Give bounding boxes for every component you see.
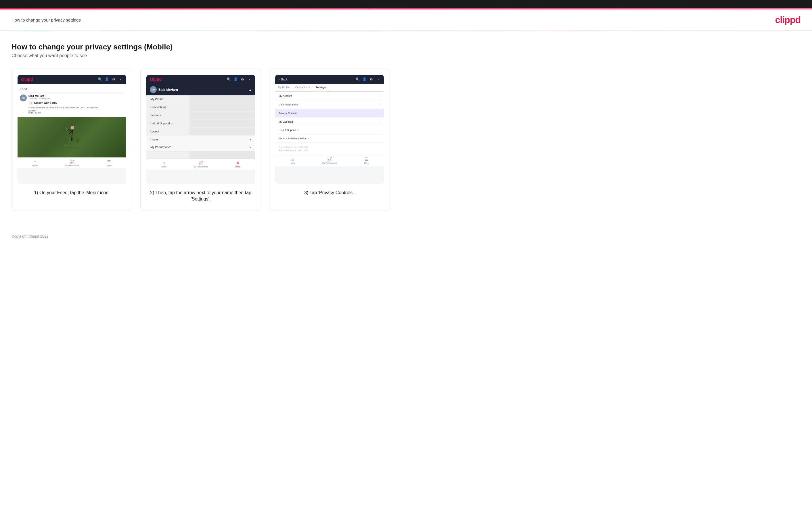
menu-item-connections[interactable]: Connections xyxy=(146,103,255,111)
bottom-nav3-home: ⌂ Home xyxy=(290,157,295,164)
home-icon2: ⌂ xyxy=(162,161,165,165)
phone-mockup-1: clippd 🔍 👤 ⚙ ▾ Feed BM Blair McHarg xyxy=(17,75,126,184)
version-line1: Clippd Client Version: 2022.8.3-3 xyxy=(278,146,380,149)
feed-label: Feed xyxy=(20,86,124,93)
bottom-nav-menu[interactable]: ☰ Menu xyxy=(106,159,111,167)
page-subtitle: Choose what you want people to see xyxy=(11,53,801,58)
performance-label2: My Performance xyxy=(194,166,208,168)
settings-item-mygolfbag[interactable]: My Golf Bag › xyxy=(275,117,384,126)
phone1-bottom-nav: ⌂ Home 📈 My Performance ☰ Menu xyxy=(17,157,126,168)
phone3-bottom-nav: ⌂ Home 📈 My Performance ☰ Menu xyxy=(275,155,384,166)
svg-point-0 xyxy=(70,126,74,129)
menu-user-row: BM Blair McHarg ▲ xyxy=(146,84,255,95)
header: How to change your privacy settings clip… xyxy=(0,9,812,31)
settings-list: My Account › Data Integrations › Privacy… xyxy=(275,92,384,155)
person-icon: 👤 xyxy=(104,77,109,81)
phone3-nav-icons: 🔍 👤 ⚙ ▾ xyxy=(355,77,380,81)
chevron-up-icon: ▲ xyxy=(249,88,252,91)
golf-image xyxy=(17,117,126,157)
chevron-down-icon: ▾ xyxy=(118,77,123,81)
person-icon3: 👤 xyxy=(362,77,367,81)
home-icon3: ⌂ xyxy=(291,157,294,161)
settings-icon2: ⚙ xyxy=(240,77,245,81)
menu-item-label: Help & Support ↗ xyxy=(150,122,173,125)
page-title: How to change your privacy settings (Mob… xyxy=(11,43,801,51)
step-3-card: < Back 🔍 👤 ⚙ ▾ My Profile Connections Se… xyxy=(269,69,390,211)
menu-item-helpsupport[interactable]: Help & Support ↗ xyxy=(146,119,255,127)
home-label2: Home xyxy=(161,166,166,168)
chevron-right-icon: › xyxy=(379,111,380,115)
version-info: Clippd Client Version: 2022.8.3-3 SQL Se… xyxy=(275,143,384,155)
phone2-bottom-nav: ⌂ Home 📈 My Performance ✕ Menu xyxy=(146,159,255,169)
duration-value: 01 hr : 30 min xyxy=(29,112,41,114)
phone2-navbar: clippd 🔍 👤 ⚙ ▾ xyxy=(146,75,255,84)
menu-item-logout[interactable]: Logout xyxy=(146,127,255,135)
settings-item-label: Service & Privacy Policy ↗ xyxy=(278,137,309,140)
copyright: Copyright Clippd 2022 xyxy=(11,234,49,238)
menu-section-performance[interactable]: My Performance ▾ xyxy=(146,143,255,151)
settings-item-serviceprivacy[interactable]: Service & Privacy Policy ↗ xyxy=(275,134,384,143)
bottom-nav3-menu[interactable]: ☰ Menu xyxy=(364,157,369,164)
settings-item-helpsupport[interactable]: Help & Support ↗ xyxy=(275,126,384,134)
settings-icon3: ⚙ xyxy=(369,77,373,81)
chevron-right-icon: › xyxy=(379,103,380,106)
lesson-desc: Looking to feel like my hands are exitin… xyxy=(29,106,124,109)
home-label: Home xyxy=(32,165,38,167)
clippd-logo: clippd xyxy=(775,15,801,25)
chevron-down-icon3: ▾ xyxy=(376,77,380,81)
settings-item-privacycontrols[interactable]: Privacy Controls › xyxy=(275,109,384,117)
breadcrumb: How to change your privacy settings xyxy=(11,17,81,22)
phone1-navbar: clippd 🔍 👤 ⚙ ▾ xyxy=(17,75,126,84)
duration-label: Duration xyxy=(29,110,36,112)
bottom-nav2-performance: 📈 My Performance xyxy=(194,161,208,168)
bottom-nav2-menu[interactable]: ✕ Menu xyxy=(235,161,240,168)
top-bar xyxy=(0,0,812,8)
svg-point-11 xyxy=(64,138,68,145)
avatar: BM xyxy=(20,95,27,101)
step-1-card: clippd 🔍 👤 ⚙ ▾ Feed BM Blair McHarg xyxy=(11,69,132,211)
phone-mockup-3: < Back 🔍 👤 ⚙ ▾ My Profile Connections Se… xyxy=(275,75,384,184)
menu-item-myprofile[interactable]: My Profile xyxy=(146,95,255,103)
tab-connections[interactable]: Connections xyxy=(293,84,312,91)
menu-item-settings[interactable]: Settings xyxy=(146,111,255,119)
menu-username: Blair McHarg xyxy=(158,88,178,91)
svg-line-4 xyxy=(65,127,68,129)
search-icon3: 🔍 xyxy=(355,77,360,81)
steps-container: clippd 🔍 👤 ⚙ ▾ Feed BM Blair McHarg xyxy=(11,69,801,211)
chevron-right-icon2: ▾ xyxy=(250,146,251,149)
lesson-row: 📋 Lesson with Fordy xyxy=(29,101,124,105)
menu-avatar: BM xyxy=(150,86,157,93)
svg-point-12 xyxy=(76,138,80,143)
tab-myprofile[interactable]: My Profile xyxy=(275,84,293,91)
settings-item-label: My Account xyxy=(278,95,292,97)
back-button[interactable]: < Back xyxy=(278,78,288,81)
settings-icon: ⚙ xyxy=(111,77,116,81)
settings-item-label: Help & Support ↗ xyxy=(278,129,299,131)
settings-item-myaccount[interactable]: My Account › xyxy=(275,92,384,100)
person-icon2: 👤 xyxy=(233,77,238,81)
search-icon: 🔍 xyxy=(98,77,102,81)
settings-item-label: Data Integrations xyxy=(278,103,299,106)
post-date: Yesterday · Sunningdale xyxy=(29,97,124,99)
chevron-right-icon: ▾ xyxy=(250,138,251,141)
phone2-logo: clippd xyxy=(150,77,162,81)
phone3-navbar: < Back 🔍 👤 ⚙ ▾ xyxy=(275,75,384,84)
performance-icon2: 📈 xyxy=(198,161,203,165)
svg-line-3 xyxy=(69,131,72,134)
menu-section-home[interactable]: Home ▾ xyxy=(146,135,255,143)
step-2-card: clippd 🔍 👤 ⚙ ▾ BM xyxy=(140,69,261,211)
performance-icon3: 📈 xyxy=(327,157,332,161)
search-icon2: 🔍 xyxy=(226,77,231,81)
phone1-logo: clippd xyxy=(21,77,33,81)
step1-caption: 1) On your Feed, tap the 'Menu' icon. xyxy=(17,189,126,196)
menu-label: Menu xyxy=(106,165,111,167)
chevron-right-icon: › xyxy=(379,94,380,97)
phone-mockup-2: clippd 🔍 👤 ⚙ ▾ BM xyxy=(146,75,255,184)
settings-item-dataintegrations[interactable]: Data Integrations › xyxy=(275,100,384,109)
performance-label: My Performance xyxy=(65,165,80,167)
tab-settings[interactable]: Settings xyxy=(312,84,328,91)
settings-tabs: My Profile Connections Settings xyxy=(275,84,384,92)
bottom-nav3-performance: 📈 My Performance xyxy=(322,157,337,164)
version-line2: SQL Server Version: 2022.7.30-1 xyxy=(278,149,380,152)
menu-label3: Menu xyxy=(364,162,369,164)
